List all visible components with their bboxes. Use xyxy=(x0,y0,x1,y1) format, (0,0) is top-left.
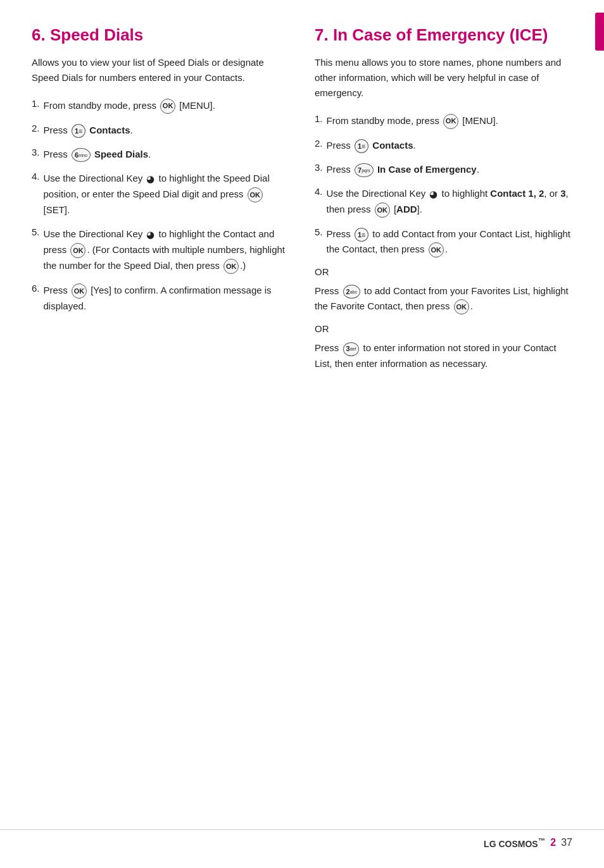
step-label-7-2: 2. xyxy=(315,138,323,153)
step-7-5: 5. Press 1 ☰ to add Contact from your Co… xyxy=(315,226,572,257)
step-content-6-5: Use the Directional Key ◕ to highlight t… xyxy=(44,226,289,274)
or-2-label: OR xyxy=(315,323,572,334)
section-7: 7. In Case of Emergency (ICE) This menu … xyxy=(315,25,572,371)
or-2-content: Press 3 def to enter information not sto… xyxy=(315,340,572,371)
or-1-label: OR xyxy=(315,266,572,277)
step-6-1: 1. From standby mode, press OK [MENU]. xyxy=(32,98,289,114)
section-6-description: Allows you to view your list of Speed Di… xyxy=(32,55,289,85)
step-7-4: 4. Use the Directional Key ◕ to highligh… xyxy=(315,186,572,218)
key-1-icon-7-5: 1 ☰ xyxy=(355,228,368,242)
step-content-7-1: From standby mode, press OK [MENU]. xyxy=(327,113,498,129)
step-label-6-3: 3. xyxy=(32,147,40,162)
tab-marker xyxy=(595,13,604,51)
key-1-icon-7-2: 1 ☰ xyxy=(355,139,368,153)
key-3-icon-or2: 3 def xyxy=(343,342,360,356)
ok-key-icon-or1: OK xyxy=(454,299,469,314)
ok-key-icon-6-5b: OK xyxy=(223,259,239,274)
key-2-icon-or1: 2 abc xyxy=(343,285,360,299)
footer: LG COSMOS™ 2 37 xyxy=(484,836,572,849)
step-label-7-4: 4. xyxy=(315,186,323,218)
step-label-6-5: 5. xyxy=(32,226,40,274)
step-label-7-5: 5. xyxy=(315,226,323,257)
step-content-7-5: Press 1 ☰ to add Contact from your Conta… xyxy=(327,226,572,257)
section-7-title: 7. In Case of Emergency (ICE) xyxy=(315,25,572,45)
section-7-description: This menu allows you to store names, pho… xyxy=(315,55,572,101)
step-7-2: 2. Press 1 ☰ Contacts. xyxy=(315,138,572,153)
key-7-icon-7-3: 7 pqrs xyxy=(355,163,374,177)
step-content-6-2: Press 1 ☰ Contacts. xyxy=(44,123,133,138)
footer-page-number: 37 xyxy=(561,837,572,848)
step-6-5: 5. Use the Directional Key ◕ to highligh… xyxy=(32,226,289,274)
dir-key-icon-7-4: ◕ xyxy=(429,187,437,202)
step-6-6: 6. Press OK [Yes] to confirm. A confirma… xyxy=(32,283,289,314)
step-6-2: 2. Press 1 ☰ Contacts. xyxy=(32,123,289,138)
step-7-3: 3. Press 7 pqrs In Case of Emergency. xyxy=(315,162,572,177)
ok-key-icon-7-5: OK xyxy=(429,242,444,257)
step-content-6-1: From standby mode, press OK [MENU]. xyxy=(44,98,215,114)
ok-key-icon-6-6: OK xyxy=(72,283,87,299)
step-content-6-4: Use the Directional Key ◕ to highlight t… xyxy=(44,171,289,218)
footer-brand: LG COSMOS™ xyxy=(484,836,545,849)
footer-model: 2 xyxy=(550,837,556,848)
step-content-7-2: Press 1 ☰ Contacts. xyxy=(327,138,416,153)
step-label-6-4: 4. xyxy=(32,171,40,218)
step-content-6-3: Press 6 mno Speed Dials. xyxy=(44,147,151,162)
key-6-icon: 6 mno xyxy=(72,148,91,162)
step-label-6-6: 6. xyxy=(32,283,40,314)
ok-key-icon-7-4: OK xyxy=(375,202,390,218)
step-content-7-3: Press 7 pqrs In Case of Emergency. xyxy=(327,162,479,177)
ok-key-icon: OK xyxy=(160,99,175,114)
section-6: 6. Speed Dials Allows you to view your l… xyxy=(32,25,289,371)
section-6-title: 6. Speed Dials xyxy=(32,25,289,45)
footer-divider xyxy=(0,829,604,830)
dir-key-icon-6-4: ◕ xyxy=(146,171,154,187)
trademark-symbol: ™ xyxy=(538,836,546,845)
dir-key-icon-6-5: ◕ xyxy=(146,227,154,242)
step-6-3: 3. Press 6 mno Speed Dials. xyxy=(32,147,289,162)
step-6-4: 4. Use the Directional Key ◕ to highligh… xyxy=(32,171,289,218)
ok-key-icon-6-4: OK xyxy=(248,187,263,202)
step-7-1: 1. From standby mode, press OK [MENU]. xyxy=(315,113,572,129)
step-label-7-3: 3. xyxy=(315,162,323,177)
page: 6. Speed Dials Allows you to view your l… xyxy=(0,0,604,868)
step-label-7-1: 1. xyxy=(315,113,323,129)
step-content-7-4: Use the Directional Key ◕ to highlight C… xyxy=(327,186,572,218)
ok-key-icon-6-5a: OK xyxy=(70,243,85,258)
step-label-6-2: 2. xyxy=(32,123,40,138)
step-label-6-1: 1. xyxy=(32,98,40,114)
step-content-6-6: Press OK [Yes] to confirm. A confirmatio… xyxy=(44,283,289,314)
key-1-icon: 1 ☰ xyxy=(72,124,85,138)
or-1-content: Press 2 abc to add Contact from your Fav… xyxy=(315,283,572,314)
ok-key-icon-7-1: OK xyxy=(443,114,458,129)
